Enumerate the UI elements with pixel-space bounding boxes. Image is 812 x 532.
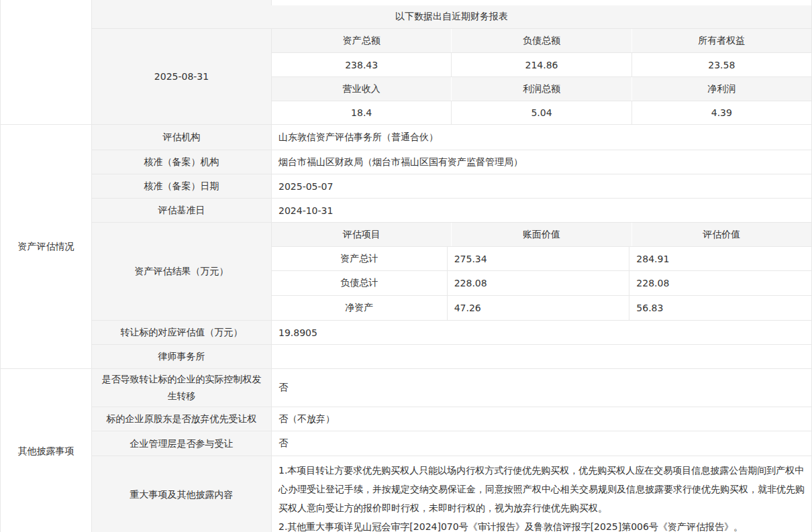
financial-subtable: 资产总额 负债总额 所有者权益 238.43 214.86 23.58 营业收入…: [272, 29, 811, 124]
financial-banner: 以下数据出自近期财务报表: [92, 5, 811, 29]
eval-item-cell: 净资产: [272, 296, 447, 320]
field-label: 核准（备案）机构: [92, 150, 272, 174]
field-label: 是否导致转让标的企业的实际控制权发生转移: [92, 369, 272, 407]
field-row-approval-org: 核准（备案）机构 烟台市福山区财政局（烟台市福山区国有资产监督管理局）: [92, 150, 811, 174]
field-row-major-disclosure: 重大事项及其他披露内容 1.本项目转让方要求优先购买权人只能以场内行权方式行使优…: [92, 456, 811, 532]
field-value: 否: [272, 369, 811, 407]
fin-value-cell: 238.43: [272, 53, 451, 76]
financial-header-row: 资产总额 负债总额 所有者权益: [272, 29, 811, 53]
field-value: 否（不放弃）: [272, 407, 811, 431]
eval-item-cell: 负债总计: [272, 271, 447, 295]
fin-value-cell: 23.58: [631, 53, 811, 76]
field-label: 评估基准日: [92, 199, 272, 222]
partial-row: [92, 0, 811, 5]
eval-assessed-value-cell: 56.83: [629, 296, 811, 320]
eval-book-value-cell: 47.26: [447, 296, 629, 320]
field-label: 评估机构: [92, 125, 272, 150]
major-disclosure-paragraph: 1.本项目转让方要求优先购买权人只能以场内行权方式行使优先购买权，优先购买权人应…: [278, 461, 805, 517]
field-value: 烟台市福山区财政局（烟台市福山区国有资产监督管理局）: [272, 150, 811, 174]
eval-value-row: 资产总计 275.34 284.91: [272, 247, 811, 271]
eval-book-value-cell: 228.08: [447, 271, 629, 295]
field-row-control-change: 是否导致转让标的企业的实际控制权发生转移 否: [92, 369, 811, 407]
financial-date-cell: 2025-08-31: [92, 29, 272, 124]
fin-header-cell: 资产总额: [272, 29, 451, 52]
fin-header-cell: 净利润: [631, 77, 811, 101]
assessment-result-rowgroup: 资产评估结果（万元） 评估项目 账面价值 评估价值 资产总计 275.34 28…: [92, 223, 811, 321]
assessment-result-label: 资产评估结果（万元）: [92, 223, 272, 320]
fin-value-cell: 214.86: [451, 53, 631, 76]
field-row-base-date: 评估基准日 2024-10-31: [92, 199, 811, 223]
field-label: 核准（备案）日期: [92, 174, 272, 198]
fin-header-cell: 所有者权益: [631, 29, 811, 52]
section-financials: 以下数据出自近期财务报表 2025-08-31 资产总额 负债总额 所有者权益 …: [1, 0, 811, 125]
field-row-waiver: 标的企业原股东是否放弃优先受让权 否（不放弃）: [92, 407, 811, 431]
eval-header-cell: 评估价值: [631, 223, 811, 246]
section-asset-assessment: 资产评估情况 评估机构 山东敦信资产评估事务所（普通合伙） 核准（备案）机构 烟…: [1, 125, 811, 369]
field-label: 企业管理层是否参与受让: [92, 431, 272, 456]
field-value: 2025-05-07: [272, 174, 811, 198]
eval-value-row: 负债总计 228.08 228.08: [272, 271, 811, 296]
eval-header-cell: 账面价值: [451, 223, 631, 246]
financial-value-row: 18.4 5.04 4.39: [272, 101, 811, 124]
field-label: 律师事务所: [92, 345, 272, 368]
eval-value-row: 净资产 47.26 56.83: [272, 296, 811, 320]
field-value: [272, 345, 811, 368]
partial-row-value: [272, 0, 811, 5]
eval-assessed-value-cell: 284.91: [629, 247, 811, 270]
section-label-other-disclosures: 其他披露事项: [1, 369, 92, 532]
field-label: 转让标的对应评估值（万元）: [92, 321, 272, 344]
field-row-management: 企业管理层是否参与受让 否: [92, 431, 811, 456]
field-row-law-firm: 律师事务所: [92, 345, 811, 368]
major-disclosure-text: 1.本项目转让方要求优先购买权人只能以场内行权方式行使优先购买权，优先购买权人应…: [272, 456, 811, 532]
fin-value-cell: 5.04: [451, 101, 631, 124]
section-other-disclosures: 其他披露事项 是否导致转让标的企业的实际控制权发生转移 否 标的企业原股东是否放…: [1, 369, 811, 532]
field-value: 山东敦信资产评估事务所（普通合伙）: [272, 125, 811, 150]
eval-book-value-cell: 275.34: [447, 247, 629, 270]
field-row-agency: 评估机构 山东敦信资产评估事务所（普通合伙）: [92, 125, 811, 150]
major-disclosure-paragraph: 2.其他重大事项详见山冠会审字[2024]070号《审计报告》及鲁敦信评报字[2…: [278, 517, 805, 532]
fin-value-cell: 4.39: [631, 101, 811, 124]
field-value: 2024-10-31: [272, 199, 811, 222]
eval-assessed-value-cell: 228.08: [629, 271, 811, 295]
eval-item-cell: 资产总计: [272, 247, 447, 270]
field-label: 标的企业原股东是否放弃优先受让权: [92, 407, 272, 431]
assessment-result-table: 评估项目 账面价值 评估价值 资产总计 275.34 284.91 负债总计 2…: [272, 223, 811, 320]
partial-row-label: [92, 0, 272, 5]
disclosure-table: 以下数据出自近期财务报表 2025-08-31 资产总额 负债总额 所有者权益 …: [0, 0, 812, 532]
fin-header-cell: 利润总额: [451, 77, 631, 101]
field-label: 重大事项及其他披露内容: [92, 456, 272, 532]
field-value: 19.8905: [272, 321, 811, 344]
fin-value-cell: 18.4: [272, 101, 451, 124]
section-label-cell-empty: [1, 0, 92, 124]
eval-header-row: 评估项目 账面价值 评估价值: [272, 223, 811, 247]
field-row-transfer-eval: 转让标的对应评估值（万元） 19.8905: [92, 321, 811, 345]
field-row-approval-date: 核准（备案）日期 2025-05-07: [92, 174, 811, 199]
eval-header-cell: 评估项目: [272, 223, 451, 246]
fin-header-cell: 营业收入: [272, 77, 451, 101]
section-label-asset-assessment: 资产评估情况: [1, 125, 92, 368]
financial-value-row: 238.43 214.86 23.58: [272, 53, 811, 77]
field-value: 否: [272, 431, 811, 456]
financial-header-row: 营业收入 利润总额 净利润: [272, 77, 811, 101]
fin-header-cell: 负债总额: [451, 29, 631, 52]
